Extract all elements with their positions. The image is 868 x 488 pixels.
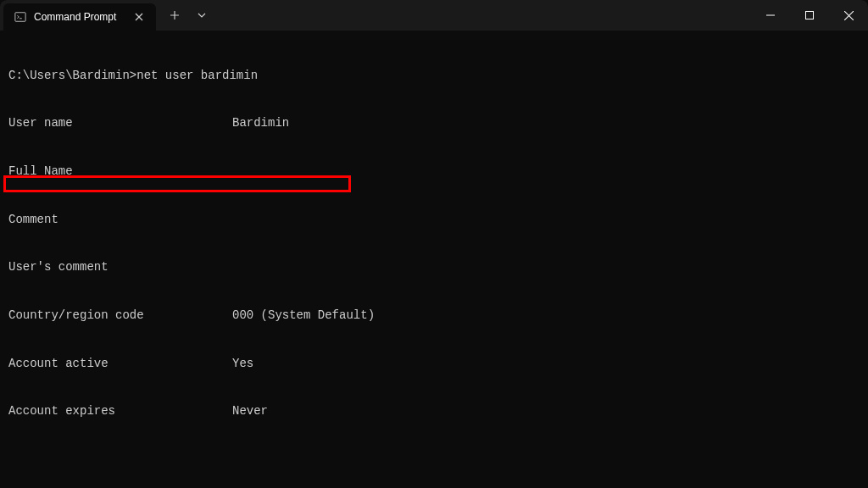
- value: Yes: [232, 356, 253, 372]
- close-tab-button[interactable]: [132, 10, 146, 24]
- tab-title: Command Prompt: [34, 11, 125, 23]
- label: Account active: [8, 356, 232, 372]
- titlebar-drag-area[interactable]: [220, 0, 751, 30]
- terminal-output[interactable]: C:\Users\Bardimin>net user bardimin User…: [0, 30, 868, 488]
- label: Country/region code: [8, 308, 232, 324]
- prompt: C:\Users\Bardimin>: [8, 69, 136, 82]
- window-controls: [751, 0, 868, 30]
- svg-rect-7: [806, 12, 814, 19]
- tab-actions: [156, 0, 220, 30]
- label: User name: [8, 115, 232, 131]
- new-tab-button[interactable]: [163, 3, 186, 27]
- svg-rect-0: [15, 13, 25, 22]
- label: Full Name: [8, 164, 232, 180]
- value: Never: [232, 403, 268, 419]
- label: Account expires: [8, 403, 232, 419]
- value: Bardimin: [232, 115, 289, 131]
- tab-dropdown-button[interactable]: [190, 3, 214, 27]
- label: User's comment: [8, 259, 232, 275]
- minimize-button[interactable]: [751, 0, 790, 30]
- close-window-button[interactable]: [829, 0, 868, 30]
- value: 000 (System Default): [232, 308, 375, 324]
- titlebar: Command Prompt: [0, 0, 868, 30]
- maximize-button[interactable]: [790, 0, 829, 30]
- terminal-icon: [14, 10, 27, 24]
- command: net user bardimin: [136, 69, 258, 82]
- label: Comment: [8, 212, 232, 228]
- tab-command-prompt[interactable]: Command Prompt: [3, 3, 156, 30]
